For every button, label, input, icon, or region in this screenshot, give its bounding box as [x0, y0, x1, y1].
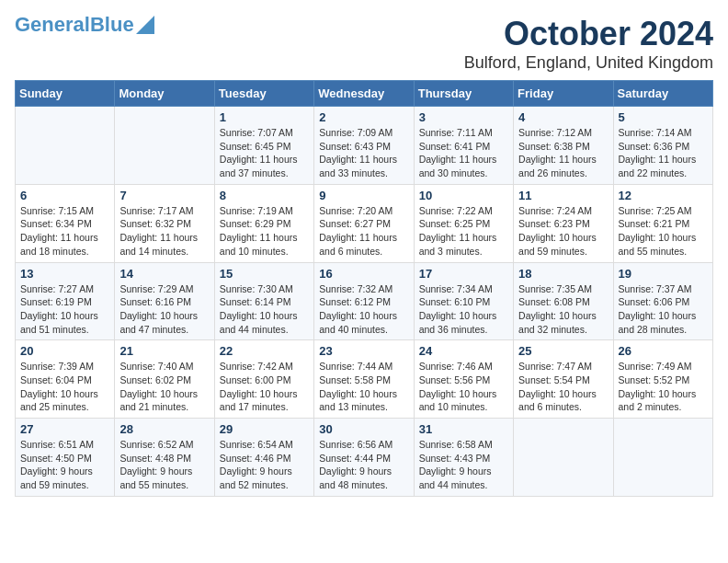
calendar-cell: 25Sunrise: 7:47 AMSunset: 5:54 PMDayligh… [514, 340, 613, 419]
day-info: Sunrise: 7:49 AMSunset: 5:52 PMDaylight:… [619, 360, 708, 414]
calendar-weekday-saturday: Saturday [613, 81, 712, 107]
day-info: Sunrise: 7:19 AMSunset: 6:29 PMDaylight:… [220, 204, 309, 259]
calendar-cell: 24Sunrise: 7:46 AMSunset: 5:56 PMDayligh… [414, 340, 513, 419]
calendar-table: SundayMondayTuesdayWednesdayThursdayFrid… [15, 80, 713, 497]
day-number: 11 [518, 189, 608, 202]
day-info: Sunrise: 6:58 AMSunset: 4:43 PMDaylight:… [419, 438, 508, 492]
logo-text: GeneralBlue [15, 15, 134, 35]
calendar-cell: 5Sunrise: 7:14 AMSunset: 6:36 PMDaylight… [613, 107, 712, 185]
calendar-cell: 30Sunrise: 6:56 AMSunset: 4:44 PMDayligh… [314, 419, 414, 497]
day-number: 30 [319, 422, 408, 436]
day-number: 24 [419, 344, 508, 358]
calendar-cell: 15Sunrise: 7:30 AMSunset: 6:14 PMDayligh… [214, 262, 313, 340]
page-title: October 2024 [464, 15, 713, 53]
calendar-cell [16, 107, 115, 185]
calendar-cell: 23Sunrise: 7:44 AMSunset: 5:58 PMDayligh… [314, 340, 414, 419]
day-number: 31 [419, 422, 508, 436]
calendar-cell [514, 419, 613, 497]
calendar-weekday-sunday: Sunday [16, 81, 115, 107]
calendar-cell: 4Sunrise: 7:12 AMSunset: 6:38 PMDaylight… [514, 107, 613, 185]
day-number: 19 [619, 267, 708, 281]
day-number: 25 [518, 344, 608, 358]
day-info: Sunrise: 7:37 AMSunset: 6:06 PMDaylight:… [619, 282, 708, 337]
calendar-cell: 18Sunrise: 7:35 AMSunset: 6:08 PMDayligh… [514, 262, 613, 340]
day-info: Sunrise: 7:20 AMSunset: 6:27 PMDaylight:… [319, 204, 408, 259]
page-subtitle: Bulford, England, United Kingdom [464, 53, 713, 73]
day-info: Sunrise: 7:46 AMSunset: 5:56 PMDaylight:… [419, 360, 508, 414]
day-number: 17 [419, 267, 508, 281]
calendar-weekday-thursday: Thursday [414, 81, 513, 107]
day-info: Sunrise: 6:51 AMSunset: 4:50 PMDaylight:… [20, 438, 109, 492]
day-number: 1 [220, 110, 309, 124]
day-info: Sunrise: 7:39 AMSunset: 6:04 PMDaylight:… [20, 360, 109, 414]
calendar-cell: 19Sunrise: 7:37 AMSunset: 6:06 PMDayligh… [613, 262, 712, 340]
calendar-cell: 16Sunrise: 7:32 AMSunset: 6:12 PMDayligh… [314, 262, 414, 340]
calendar-weekday-monday: Monday [115, 81, 214, 107]
day-number: 15 [220, 267, 309, 281]
calendar-week-row: 6Sunrise: 7:15 AMSunset: 6:34 PMDaylight… [16, 184, 713, 262]
logo-icon [136, 16, 154, 34]
day-number: 22 [220, 344, 309, 358]
day-info: Sunrise: 7:44 AMSunset: 5:58 PMDaylight:… [319, 360, 408, 414]
day-number: 12 [619, 189, 708, 202]
calendar-cell [613, 419, 712, 497]
day-info: Sunrise: 7:34 AMSunset: 6:10 PMDaylight:… [419, 282, 508, 337]
calendar-cell: 11Sunrise: 7:24 AMSunset: 6:23 PMDayligh… [514, 184, 613, 262]
day-number: 16 [319, 267, 408, 281]
day-info: Sunrise: 7:07 AMSunset: 6:45 PMDaylight:… [220, 126, 309, 180]
day-number: 23 [319, 344, 408, 358]
day-info: Sunrise: 7:15 AMSunset: 6:34 PMDaylight:… [20, 204, 109, 259]
calendar-cell: 26Sunrise: 7:49 AMSunset: 5:52 PMDayligh… [613, 340, 712, 419]
calendar-cell: 27Sunrise: 6:51 AMSunset: 4:50 PMDayligh… [16, 419, 115, 497]
day-number: 13 [20, 267, 109, 281]
logo: GeneralBlue [15, 15, 154, 35]
calendar-cell: 31Sunrise: 6:58 AMSunset: 4:43 PMDayligh… [414, 419, 513, 497]
day-info: Sunrise: 7:17 AMSunset: 6:32 PMDaylight:… [119, 204, 209, 259]
calendar-cell: 22Sunrise: 7:42 AMSunset: 6:00 PMDayligh… [214, 340, 313, 419]
day-number: 3 [419, 110, 508, 124]
calendar-cell: 21Sunrise: 7:40 AMSunset: 6:02 PMDayligh… [115, 340, 214, 419]
calendar-cell: 14Sunrise: 7:29 AMSunset: 6:16 PMDayligh… [115, 262, 214, 340]
day-number: 4 [518, 110, 608, 124]
calendar-cell: 29Sunrise: 6:54 AMSunset: 4:46 PMDayligh… [214, 419, 313, 497]
calendar-cell: 1Sunrise: 7:07 AMSunset: 6:45 PMDaylight… [214, 107, 313, 185]
calendar-cell: 17Sunrise: 7:34 AMSunset: 6:10 PMDayligh… [414, 262, 513, 340]
calendar-cell: 8Sunrise: 7:19 AMSunset: 6:29 PMDaylight… [214, 184, 313, 262]
calendar-cell: 13Sunrise: 7:27 AMSunset: 6:19 PMDayligh… [16, 262, 115, 340]
calendar-cell: 20Sunrise: 7:39 AMSunset: 6:04 PMDayligh… [16, 340, 115, 419]
day-number: 8 [220, 189, 309, 202]
day-info: Sunrise: 7:42 AMSunset: 6:00 PMDaylight:… [220, 360, 309, 414]
calendar-cell: 7Sunrise: 7:17 AMSunset: 6:32 PMDaylight… [115, 184, 214, 262]
day-number: 27 [20, 422, 109, 436]
calendar-week-row: 20Sunrise: 7:39 AMSunset: 6:04 PMDayligh… [16, 340, 713, 419]
calendar-cell: 6Sunrise: 7:15 AMSunset: 6:34 PMDaylight… [16, 184, 115, 262]
day-number: 2 [319, 110, 408, 124]
day-info: Sunrise: 7:47 AMSunset: 5:54 PMDaylight:… [518, 360, 608, 414]
day-number: 26 [619, 344, 708, 358]
svg-marker-0 [136, 16, 154, 34]
calendar-cell: 3Sunrise: 7:11 AMSunset: 6:41 PMDaylight… [414, 107, 513, 185]
day-info: Sunrise: 7:14 AMSunset: 6:36 PMDaylight:… [619, 126, 708, 180]
day-info: Sunrise: 7:35 AMSunset: 6:08 PMDaylight:… [518, 282, 608, 337]
day-number: 28 [119, 422, 209, 436]
day-info: Sunrise: 7:25 AMSunset: 6:21 PMDaylight:… [619, 204, 708, 259]
calendar-cell: 10Sunrise: 7:22 AMSunset: 6:25 PMDayligh… [414, 184, 513, 262]
day-info: Sunrise: 6:56 AMSunset: 4:44 PMDaylight:… [319, 438, 408, 492]
day-number: 20 [20, 344, 109, 358]
day-info: Sunrise: 7:09 AMSunset: 6:43 PMDaylight:… [319, 126, 408, 180]
calendar-cell: 12Sunrise: 7:25 AMSunset: 6:21 PMDayligh… [613, 184, 712, 262]
calendar-week-row: 1Sunrise: 7:07 AMSunset: 6:45 PMDaylight… [16, 107, 713, 185]
calendar-cell: 9Sunrise: 7:20 AMSunset: 6:27 PMDaylight… [314, 184, 414, 262]
day-number: 21 [119, 344, 209, 358]
day-number: 9 [319, 189, 408, 202]
day-info: Sunrise: 6:52 AMSunset: 4:48 PMDaylight:… [119, 438, 209, 492]
calendar-header-row: SundayMondayTuesdayWednesdayThursdayFrid… [16, 81, 713, 107]
calendar-week-row: 13Sunrise: 7:27 AMSunset: 6:19 PMDayligh… [16, 262, 713, 340]
day-info: Sunrise: 7:27 AMSunset: 6:19 PMDaylight:… [20, 282, 109, 337]
calendar-weekday-friday: Friday [514, 81, 613, 107]
calendar-cell: 2Sunrise: 7:09 AMSunset: 6:43 PMDaylight… [314, 107, 414, 185]
day-number: 7 [119, 189, 209, 202]
title-block: October 2024 Bulford, England, United Ki… [464, 15, 713, 73]
day-number: 6 [20, 189, 109, 202]
day-number: 18 [518, 267, 608, 281]
